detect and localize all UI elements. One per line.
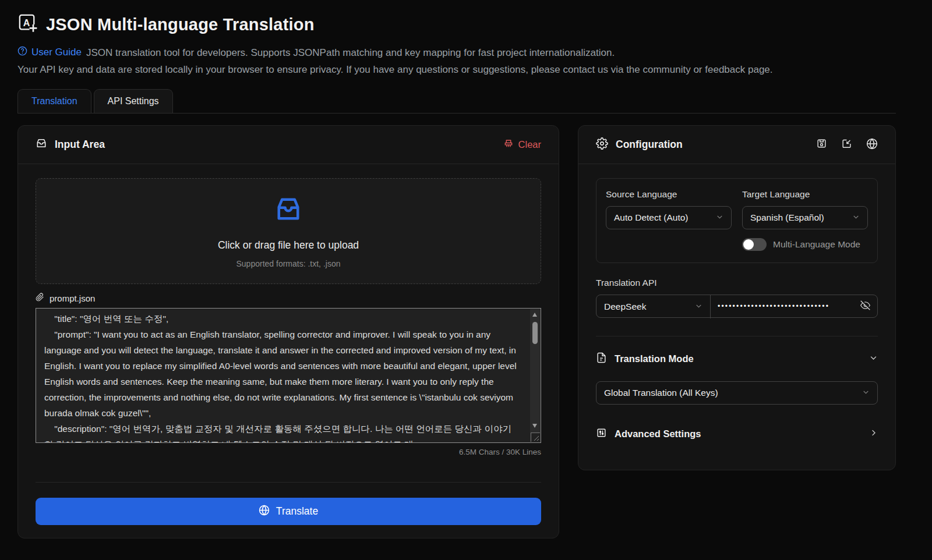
editor-scrollbar[interactable] — [530, 309, 540, 442]
description-text: JSON translation tool for developers. Su… — [86, 47, 615, 58]
multi-language-mode-toggle[interactable] — [742, 238, 767, 251]
editor-stats: 6.5M Chars / 30K Lines — [36, 448, 541, 456]
source-language-select[interactable]: Auto Detect (Auto) — [606, 206, 732, 229]
eye-invisible-icon[interactable] — [860, 300, 870, 313]
target-language-select[interactable]: Spanish (Español) — [742, 206, 868, 229]
divider — [36, 482, 541, 483]
translation-api-label: Translation API — [596, 278, 878, 288]
chevron-down-icon — [869, 353, 878, 364]
user-guide-link[interactable]: User Guide — [17, 46, 82, 59]
app-header: A JSON Multi-language Translation User G… — [17, 13, 897, 76]
question-circle-icon — [17, 46, 27, 59]
api-provider-select[interactable]: DeepSeek — [596, 295, 711, 318]
svg-text:A: A — [23, 17, 30, 28]
chevron-down-icon — [695, 302, 702, 312]
language-settings-box: Source Language Auto Detect (Auto) Targe… — [596, 178, 878, 263]
advanced-settings-header[interactable]: Advanced Settings — [596, 427, 878, 441]
translate-app-icon: A — [17, 13, 38, 36]
resize-handle[interactable] — [531, 433, 540, 442]
sliders-icon — [596, 427, 607, 441]
file-upload-dropzone[interactable]: Click or drag file here to upload Suppor… — [36, 178, 541, 284]
tab-api-settings[interactable]: API Settings — [94, 89, 173, 113]
api-key-field[interactable]: •••••••••••••••••••••••••••••• — [711, 295, 877, 317]
paperclip-icon — [36, 293, 44, 303]
target-language-label: Target Language — [742, 189, 868, 200]
clear-brush-icon — [503, 139, 514, 151]
chevron-down-icon — [852, 212, 860, 223]
clear-button[interactable]: Clear — [503, 139, 541, 151]
toggle-knob — [743, 239, 754, 250]
uploaded-file-row: prompt.json — [36, 293, 541, 303]
scrollbar-thumb[interactable] — [532, 322, 538, 344]
api-key-masked-value: •••••••••••••••••••••••••••••• — [718, 302, 829, 310]
translate-button[interactable]: Translate — [36, 498, 541, 525]
page-title: JSON Multi-language Translation — [46, 15, 315, 34]
page: A JSON Multi-language Translation User G… — [0, 0, 897, 538]
chevron-down-icon — [716, 212, 723, 223]
import-config-icon[interactable] — [841, 138, 852, 151]
upload-hint-text: Supported formats: .txt, .json — [236, 259, 341, 268]
scroll-down-arrow[interactable] — [532, 424, 537, 428]
file-text-icon — [596, 352, 607, 366]
globe-icon — [259, 505, 270, 519]
source-language-value: Auto Detect (Auto) — [614, 212, 689, 223]
chevron-right-icon — [869, 428, 878, 440]
translation-mode-select[interactable]: Global Translation (All Keys) — [596, 381, 878, 405]
translation-mode-title: Translation Mode — [615, 353, 694, 364]
translate-button-label: Translate — [276, 505, 318, 518]
clear-button-label: Clear — [518, 139, 541, 150]
main-content: Input Area Clear — [17, 125, 897, 538]
inbox-icon — [36, 137, 47, 152]
tab-translation-label: Translation — [31, 96, 77, 106]
source-language-label: Source Language — [606, 189, 732, 200]
config-card-header: Configuration — [578, 126, 895, 164]
user-guide-label: User Guide — [31, 47, 82, 58]
save-config-icon[interactable] — [816, 138, 827, 151]
advanced-settings-title: Advanced Settings — [615, 428, 701, 440]
gear-icon — [596, 137, 608, 153]
input-card-header: Input Area Clear — [18, 126, 559, 164]
multi-language-mode-label: Multi-Language Mode — [773, 239, 860, 250]
json-editor[interactable]: "title": "영어 번역 또는 수정", "prompt": "I wan… — [36, 308, 541, 443]
translation-mode-header[interactable]: Translation Mode — [596, 352, 878, 366]
chevron-down-icon — [862, 388, 870, 398]
multi-language-mode-row: Multi-Language Mode — [742, 238, 868, 251]
source-language-group: Source Language Auto Detect (Auto) — [606, 189, 732, 229]
file-name: prompt.json — [50, 293, 95, 303]
editor-content[interactable]: "title": "영어 번역 또는 수정", "prompt": "I wan… — [36, 309, 541, 443]
upload-main-text: Click or drag file here to upload — [218, 239, 359, 251]
tab-bar: Translation API Settings — [17, 89, 896, 114]
divider — [596, 336, 878, 336]
language-globe-icon[interactable] — [866, 138, 878, 152]
app-description: User Guide JSON translation tool for dev… — [17, 46, 896, 59]
privacy-note: Your API key and data are stored locally… — [17, 64, 896, 76]
translation-mode-value: Global Translation (All Keys) — [604, 388, 718, 398]
target-language-value: Spanish (Español) — [750, 212, 824, 223]
target-language-group: Target Language Spanish (Español) — [742, 189, 868, 229]
tab-translation[interactable]: Translation — [17, 89, 91, 113]
tab-api-settings-label: API Settings — [108, 96, 159, 106]
translation-api-group: DeepSeek •••••••••••••••••••••••••••••• — [596, 295, 878, 318]
input-area-title: Input Area — [55, 139, 105, 151]
api-provider-value: DeepSeek — [604, 302, 646, 312]
upload-inbox-icon — [273, 194, 303, 226]
configuration-title: Configuration — [616, 139, 683, 151]
input-area-card: Input Area Clear — [17, 125, 559, 538]
configuration-card: Configuration — [578, 125, 896, 470]
scroll-up-arrow[interactable] — [532, 313, 537, 317]
